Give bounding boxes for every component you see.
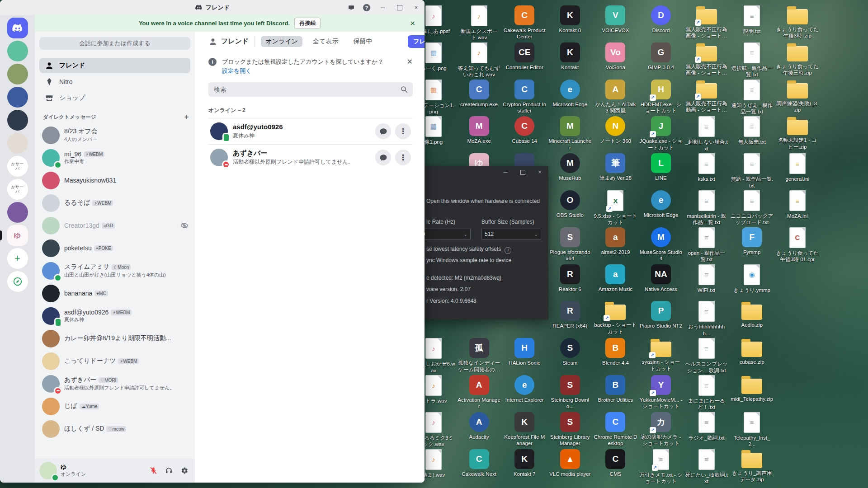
sidebar-item-nitro[interactable]: Nitro [39, 74, 190, 89]
desktop-icon[interactable]: ▲ ↗ VLC media player [548, 449, 592, 477]
desktop-icon[interactable]: ≡ ↗ 無人販売.txt [730, 116, 774, 145]
dm-item[interactable]: るるそば ⚡WEBM [39, 192, 191, 214]
desktop-icon[interactable]: K ↗ Kontakt 7 [503, 449, 546, 477]
sidebar-item-friends[interactable]: フレンド [39, 58, 190, 73]
desktop-icon[interactable]: C ↗ createdump.exe [458, 80, 501, 108]
server-icon[interactable] [0, 41, 35, 61]
desktop-icon[interactable]: CE ↗ Controller Editor [503, 42, 546, 70]
desktop-icon[interactable]: e ↗ Microsoft Edge [548, 80, 592, 108]
server-icon[interactable] [0, 87, 35, 108]
desktop-icon[interactable]: H ↗ HALion Sonic [503, 338, 546, 366]
desktop-icon[interactable]: ≡ ↗ Telepathy_Inst_2... [730, 412, 774, 448]
dm-item[interactable]: mi_96 ⚡WEBM 作業中毒 [39, 146, 191, 169]
dm-item[interactable]: asdf@yuto0926 ⚡WEBM 夏休み神 [39, 305, 191, 327]
desktop-icon[interactable]: S ↗ Steam [548, 338, 592, 366]
desktop-icon[interactable]: ♪ ↗ 新規エクスポート.wav [458, 5, 501, 41]
desktop-icon[interactable]: C ↗ Chrome Remote Desktop [594, 412, 637, 447]
desktop-icon[interactable]: ≡ ↗ 死にたい_ゆ歌詞.txt [685, 449, 728, 485]
desktop-icon[interactable]: ↗ 名称未設定1 - コピー.zip [776, 116, 819, 150]
desktop-icon[interactable]: S ↗ Steinberg Library Manager [548, 412, 592, 447]
desktop-icon[interactable]: A ↗ かんたん！AITalk 3 関西風 [594, 80, 637, 114]
dialog-close-icon[interactable]: × [531, 166, 548, 178]
mic-muted-button[interactable] [147, 465, 160, 477]
desktop-icon[interactable]: ↗ 無人販売不正行為動画 - ショートカット [685, 80, 728, 113]
desktop-icon[interactable]: C ↗ Cakewalk Product Center [503, 5, 546, 40]
desktop-icon[interactable]: A ↗ Activation Manager [458, 375, 501, 410]
desktop-icon[interactable]: ≡ ↗ ニコニコバックアップロード.txt [730, 190, 774, 226]
desktop-icon[interactable]: a ↗ airset2-2019 [594, 227, 637, 255]
settings-button[interactable] [178, 465, 190, 477]
info-icon[interactable]: i [505, 247, 511, 254]
dm-item[interactable]: ほしくず / SD ♡meow [39, 418, 191, 440]
desktop-icon[interactable]: ≡ ↗ MoZA.ini [776, 190, 819, 219]
deafen-button[interactable] [162, 465, 175, 477]
desktop-icon[interactable]: ↗ 調声練習(失敗)_3.zip [776, 80, 819, 113]
desktop-icon[interactable]: K ↗ Kontakt [548, 42, 592, 70]
friends-tab[interactable]: 全て表示 [308, 36, 343, 47]
message-button[interactable] [375, 123, 391, 139]
desktop-icon[interactable]: B ↗ Brother Utilities [594, 375, 637, 403]
desktop-icon[interactable]: ≡ ↗ open - 親作品一覧.txt [685, 227, 728, 263]
desktop-icon[interactable]: D ↗ Discord [639, 5, 683, 33]
desktop-icon[interactable]: ↗ 無人販売不正行為画像 - ショートカット [685, 42, 728, 76]
desktop-icon[interactable]: 孤 ↗ 孤独なインディーゲーム開発者の一生... [458, 338, 501, 373]
discord-titlebar[interactable]: フレンド ? ─ × [0, 0, 425, 15]
friends-tab[interactable]: 保留中 [349, 36, 377, 47]
desktop-icon[interactable]: 筆 ↗ 筆まめ Ver.28 [594, 153, 637, 181]
help-icon[interactable]: ? [359, 0, 374, 15]
desktop-icon[interactable]: ≡ ↗ general.ini [776, 153, 819, 182]
desktop-icon[interactable]: R ↗ REAPER (x64) [548, 301, 592, 329]
desktop-icon[interactable]: B ↗ Blender 4.4 [594, 338, 637, 366]
dialog-minimize-icon[interactable]: ─ [497, 166, 514, 178]
desktop-icon[interactable]: M ↗ MuseScore Studio 4 [639, 227, 683, 262]
desktop-icon[interactable]: P ↗ Piapro Studio NT2 [639, 301, 683, 329]
conversation-search-button[interactable]: 会話に参加または作成する [39, 37, 190, 50]
desktop-icon[interactable]: Y ↗ YukkunMovieM... - ショートカット [639, 375, 683, 410]
desktop-icon[interactable]: ≡ ↗ ラジオ_歌詞.txt [685, 412, 728, 441]
desktop-icon[interactable]: F ↗ Fymmp [730, 227, 774, 255]
dm-item[interactable]: あずきバー ♡MORI 活動者様以外原則フレンド申請許可してません。 [39, 372, 191, 395]
desktop-icon[interactable]: G ↗ GIMP 3.0.4 [639, 42, 683, 70]
friend-row[interactable]: あずきバー 活動者様以外原則フレンド申請許可してません。 ⋮ [208, 144, 413, 170]
sidebar-item-shop[interactable]: ショップ [39, 90, 190, 106]
desktop-icon[interactable]: C ↗ Cubase 14 [503, 116, 546, 144]
friends-tab[interactable]: オンライン [261, 36, 302, 47]
desktop-icon[interactable]: ≡ ↗ _起動しない場合.txt [685, 116, 728, 152]
home-button[interactable] [0, 18, 35, 38]
desktop-icon[interactable]: C ↗ Crypton Product Installer [503, 80, 546, 114]
desktop-icon[interactable]: ≡ ↗ ksks.txt [685, 153, 728, 182]
dm-item[interactable]: Masayukisnow831 [39, 169, 191, 192]
desktop-icon[interactable]: カ ↗ 家の防犯カメラ - ショートカット [639, 412, 683, 447]
desktop-icon[interactable]: e ↗ Microsoft Edge [639, 190, 683, 218]
desktop-icon[interactable]: Vo ↗ VoiSona [594, 42, 637, 70]
server-icon[interactable] [0, 133, 35, 154]
desktop-icon[interactable]: L ↗ LINE [639, 153, 683, 181]
desktop-icon[interactable]: ↗ Audio.zip [730, 301, 774, 328]
dm-item[interactable]: poketetsu ◓POKE [39, 237, 191, 259]
latency-offsets-option[interactable]: se lowest latency safety offsetsi [426, 246, 544, 254]
friend-search-input[interactable] [213, 85, 400, 94]
server-icon[interactable]: かサーバ [0, 179, 35, 200]
desktop-icon[interactable]: ♪ ↗ 答え知ってもむずいわこれ.wav [458, 42, 501, 78]
dialog-maximize-icon[interactable] [514, 166, 531, 178]
server-icon[interactable] [0, 110, 35, 131]
maximize-icon[interactable] [391, 0, 408, 15]
banner-close-icon[interactable]: ✕ [410, 19, 415, 28]
desktop-icon[interactable]: ≡ ↗ 無題 - 親作品一覧.txt [730, 153, 774, 189]
desktop-icon[interactable]: V ↗ VOICEVOX [594, 5, 637, 33]
desktop-icon[interactable]: R ↗ Reaktor 6 [548, 264, 592, 292]
screenshare-icon[interactable] [344, 0, 359, 15]
dm-item[interactable]: じば ☁Yume [39, 395, 191, 418]
desktop-icon[interactable]: M ↗ MuseHub [548, 153, 592, 181]
desktop-icon[interactable]: a ↗ Amazon Music [594, 264, 637, 292]
message-button[interactable] [375, 150, 391, 165]
add-friend-button[interactable]: フレ [408, 35, 425, 48]
desktop-icon[interactable]: H ↗ HDDFMT.exe - ショートカット [639, 80, 683, 114]
server-icon[interactable] [0, 202, 35, 223]
sync-sample-rate-option[interactable]: ync Windows sample rate to device [426, 257, 544, 263]
more-button[interactable]: ⋮ [395, 150, 411, 165]
desktop-icon[interactable]: ↗ きょうり食ってた午後三時.zip [776, 42, 819, 76]
desktop-icon[interactable]: ↗ 無人販売不正行為画像 - ショートカッ... [685, 5, 728, 39]
desktop-icon[interactable]: ≡ ↗ ヘルスコンプレッション__歌詞.txt [685, 338, 728, 374]
create-dm-icon[interactable]: + [184, 113, 189, 121]
